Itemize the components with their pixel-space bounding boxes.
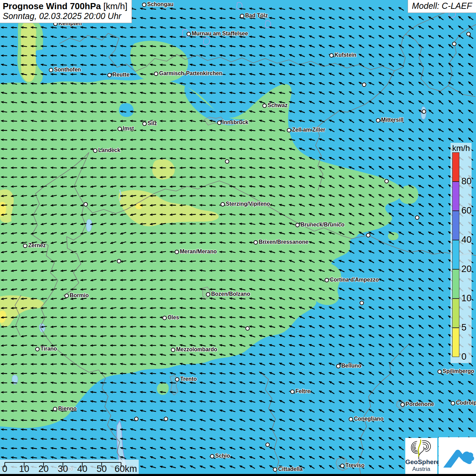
city-label: Schongau bbox=[147, 1, 173, 7]
city-label: Reutte bbox=[113, 72, 130, 78]
city-label: Codroipo bbox=[456, 400, 476, 406]
city-marker bbox=[452, 42, 457, 46]
city-marker bbox=[175, 250, 179, 254]
city-marker bbox=[290, 390, 295, 394]
city-label: Spilimbergo bbox=[443, 368, 474, 374]
city-label: Bozen/Bolzano bbox=[211, 291, 250, 297]
mountain-cloud-icon bbox=[440, 438, 475, 472]
city-label: Sonthofen bbox=[54, 67, 81, 73]
scale-tick-label: 40 bbox=[77, 464, 87, 474]
city-marker bbox=[336, 364, 341, 369]
scale-tick-label: 50 bbox=[97, 464, 107, 474]
city-marker bbox=[329, 53, 334, 58]
city-label: Brixen/Bressanone bbox=[259, 239, 308, 245]
geosphere-org-label: GeoSphere bbox=[405, 458, 437, 466]
city-label: Bruneck/Brunico bbox=[301, 222, 344, 228]
city-marker bbox=[118, 127, 122, 131]
legend-block-60 bbox=[452, 182, 459, 211]
city-marker bbox=[117, 259, 121, 264]
legend-tick-label: 5 bbox=[461, 322, 466, 333]
city-marker bbox=[187, 32, 191, 36]
city-marker bbox=[175, 377, 180, 382]
wind-speed-legend: km/h 806040201050 bbox=[451, 143, 472, 363]
legend-tick-label: 20 bbox=[461, 264, 472, 274]
city-labels-layer: SchongauBad TölzKemptenMurnau am Staffel… bbox=[0, 0, 476, 476]
city-label: Cortina d'Ampezzo bbox=[330, 277, 379, 283]
city-label: Innsbruck bbox=[222, 119, 248, 125]
city-marker bbox=[225, 159, 230, 164]
city-marker bbox=[23, 244, 28, 248]
city-marker bbox=[171, 348, 175, 352]
city-marker bbox=[134, 417, 139, 421]
city-marker bbox=[273, 468, 277, 472]
city-marker bbox=[266, 443, 270, 447]
forecast-unit: [km/h] bbox=[103, 1, 128, 11]
city-label: Treviso bbox=[345, 462, 364, 469]
city-label: Cittadella bbox=[278, 466, 303, 472]
map-bottom-border bbox=[0, 474, 476, 476]
partner-logo-box bbox=[439, 437, 476, 474]
scale-tick-label: 20 bbox=[38, 464, 49, 474]
city-marker bbox=[422, 109, 426, 114]
city-label: Feltre bbox=[295, 388, 310, 394]
city-label: Meran/Merano bbox=[180, 249, 217, 255]
city-marker bbox=[164, 417, 168, 421]
legend-tick-label: 40 bbox=[461, 235, 472, 245]
city-marker bbox=[366, 233, 371, 238]
city-label: Mittersill bbox=[381, 117, 404, 123]
forecast-title: Prognose Wind 700hPa [km/h] bbox=[3, 1, 128, 11]
city-label: Sterzing/Vipiteno bbox=[226, 201, 270, 207]
city-marker bbox=[206, 292, 210, 297]
city-marker bbox=[362, 83, 367, 87]
city-marker bbox=[142, 3, 147, 7]
city-label: Mezzolombardo bbox=[176, 346, 217, 353]
wind-forecast-map: SchongauBad TölzKemptenMurnau am Staffel… bbox=[0, 0, 476, 476]
legend-colorbar: 806040201050 bbox=[452, 152, 459, 357]
legend-unit-label: km/h bbox=[451, 143, 472, 153]
scale-tick-label: 30 bbox=[58, 464, 68, 474]
city-label: Murnau am Staffelsee bbox=[192, 31, 248, 37]
city-label: Kufstein bbox=[335, 52, 356, 58]
city-marker bbox=[53, 407, 57, 411]
city-marker bbox=[287, 128, 291, 133]
city-marker bbox=[107, 73, 112, 78]
city-label: Schwaz bbox=[268, 102, 288, 108]
legend-block-5 bbox=[452, 299, 459, 328]
city-marker bbox=[93, 149, 98, 153]
legend-block-80 bbox=[452, 152, 459, 182]
city-marker bbox=[245, 326, 250, 331]
legend-tick-label: 10 bbox=[461, 293, 472, 303]
city-marker bbox=[35, 347, 40, 352]
city-marker bbox=[163, 316, 167, 320]
city-marker bbox=[325, 278, 329, 283]
scale-tick-label: 0 bbox=[2, 464, 7, 474]
legend-tick-label: 60 bbox=[461, 205, 472, 216]
city-label: Landeck bbox=[98, 147, 120, 153]
city-label: Silz bbox=[148, 120, 157, 126]
city-marker bbox=[295, 223, 300, 227]
forecast-title-text: Prognose Wind 700hPa bbox=[3, 1, 101, 11]
city-marker bbox=[360, 301, 364, 305]
geosphere-country-label: Austria bbox=[405, 466, 437, 473]
forecast-datetime: Sonntag, 02.03.2025 20:00 Uhr bbox=[3, 11, 128, 21]
city-marker bbox=[240, 14, 244, 18]
geosphere-logo-box: GeoSphere Austria bbox=[405, 438, 437, 474]
city-marker bbox=[65, 294, 69, 298]
city-label: Garmisch-Partenkirchen bbox=[159, 70, 222, 76]
city-marker bbox=[438, 370, 442, 374]
model-label-box: Modell: C-LAEF bbox=[408, 0, 476, 13]
map-scale-bar: 0102030405060km bbox=[0, 460, 139, 475]
legend-tick-label: 0 bbox=[461, 352, 466, 362]
city-marker bbox=[142, 122, 147, 126]
geosphere-contour-icon bbox=[407, 439, 436, 460]
city-marker bbox=[254, 240, 258, 245]
city-marker bbox=[217, 121, 222, 125]
city-marker bbox=[401, 403, 405, 407]
city-label: Schio bbox=[215, 453, 230, 459]
city-marker bbox=[340, 464, 345, 468]
city-marker bbox=[415, 216, 420, 220]
scale-tick-label: 60km bbox=[115, 464, 137, 474]
legend-block-20 bbox=[452, 240, 459, 269]
legend-tick-label: 80 bbox=[461, 176, 472, 186]
city-marker bbox=[466, 32, 471, 36]
